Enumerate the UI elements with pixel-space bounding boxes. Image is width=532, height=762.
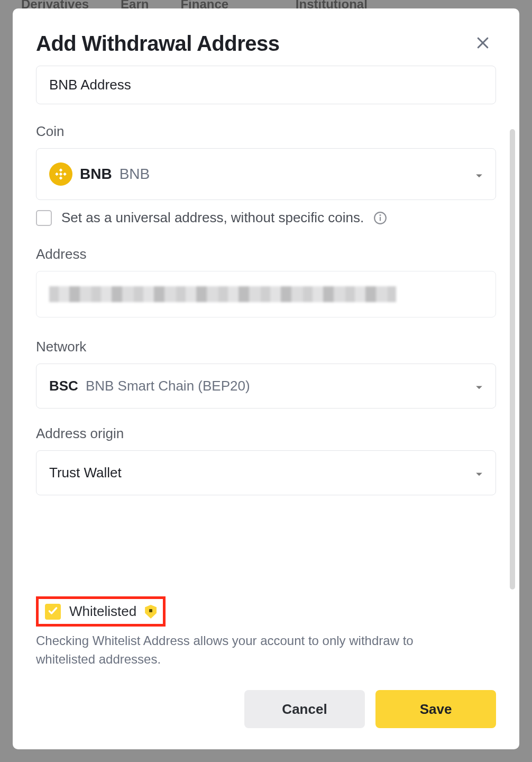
whitelisted-label: Whitelisted	[69, 603, 136, 620]
address-input[interactable]	[36, 271, 496, 318]
dialog-footer: Cancel Save	[36, 690, 496, 728]
address-label-value: BNB Address	[49, 77, 131, 93]
save-button[interactable]: Save	[375, 690, 496, 728]
network-label: Network	[36, 339, 496, 355]
scrollbar[interactable]	[510, 129, 515, 589]
svg-point-4	[380, 215, 381, 215]
check-icon	[48, 605, 58, 618]
chevron-down-icon	[475, 166, 483, 183]
close-button[interactable]	[475, 35, 496, 56]
address-origin-select[interactable]: Trust Wallet	[36, 450, 496, 495]
cancel-button-label: Cancel	[282, 701, 327, 718]
whitelisted-checkbox[interactable]	[45, 604, 61, 620]
coin-symbol: BNB	[80, 166, 112, 183]
chevron-down-icon	[475, 465, 483, 481]
network-name: BNB Smart Chain (BEP20)	[86, 378, 250, 394]
address-label-input[interactable]: BNB Address	[36, 66, 496, 104]
bnb-icon	[49, 162, 72, 186]
address-label: Address	[36, 246, 496, 262]
info-icon[interactable]	[373, 211, 387, 225]
address-origin-value: Trust Wallet	[49, 465, 122, 481]
coin-select[interactable]: BNB BNB	[36, 148, 496, 200]
dialog-title: Add Withdrawal Address	[36, 32, 280, 56]
whitelisted-highlight: Whitelisted	[36, 596, 166, 627]
chevron-down-icon	[475, 378, 483, 394]
network-select[interactable]: BSC BNB Smart Chain (BEP20)	[36, 364, 496, 409]
coin-label: Coin	[36, 123, 496, 140]
universal-address-label: Set as a universal address, without spec…	[61, 210, 364, 226]
close-icon	[475, 43, 491, 52]
add-withdrawal-address-dialog: Add Withdrawal Address BNB Address Coin …	[13, 8, 519, 749]
universal-address-row: Set as a universal address, without spec…	[36, 210, 496, 226]
whitelist-help-text: Checking Whitelist Address allows your a…	[36, 632, 448, 669]
universal-address-checkbox[interactable]	[36, 210, 52, 226]
address-value-redacted	[49, 286, 396, 302]
cancel-button[interactable]: Cancel	[244, 690, 365, 728]
save-button-label: Save	[420, 701, 452, 718]
coin-name: BNB	[120, 166, 150, 183]
shield-icon	[145, 605, 157, 619]
dialog-body: BNB Address Coin BNB BNB Set as a univer…	[36, 66, 496, 583]
address-origin-label: Address origin	[36, 425, 496, 442]
network-symbol: BSC	[49, 378, 78, 394]
dialog-header: Add Withdrawal Address	[36, 32, 496, 56]
